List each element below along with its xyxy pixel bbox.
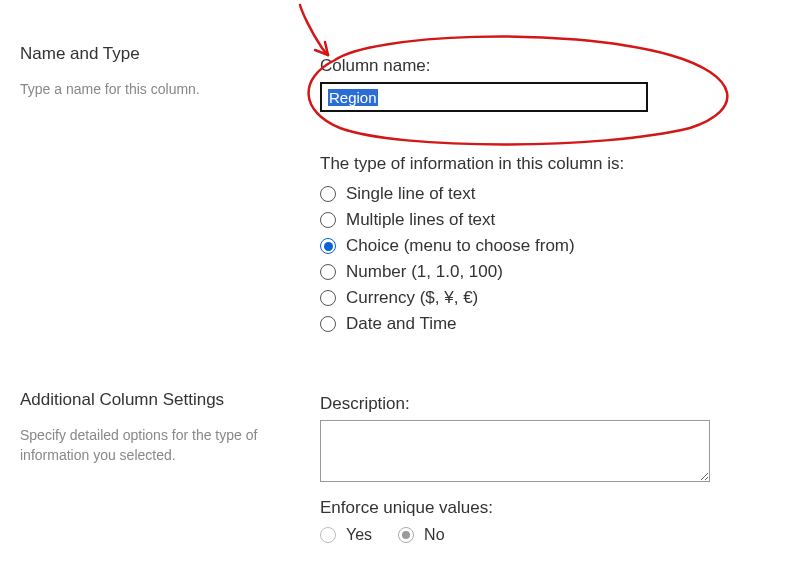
radio-icon [320, 238, 336, 254]
radio-option-no[interactable]: No [398, 526, 444, 544]
radio-label: Choice (menu to choose from) [346, 236, 575, 256]
right-column: Description: Enforce unique values: Yes … [320, 390, 766, 544]
column-name-input[interactable]: Region [320, 82, 648, 112]
section-additional-settings: Additional Column Settings Specify detai… [0, 340, 786, 544]
radio-option-datetime[interactable]: Date and Time [320, 314, 726, 334]
radio-label: Multiple lines of text [346, 210, 495, 230]
description-label: Description: [320, 394, 726, 414]
radio-icon [320, 186, 336, 202]
radio-label: Currency ($, ¥, €) [346, 288, 478, 308]
radio-option-number[interactable]: Number (1, 1.0, 100) [320, 262, 726, 282]
left-column: Name and Type Type a name for this colum… [20, 44, 320, 100]
radio-option-currency[interactable]: Currency ($, ¥, €) [320, 288, 726, 308]
section-desc-name-type: Type a name for this column. [20, 80, 300, 100]
radio-icon [320, 290, 336, 306]
radio-label: Yes [346, 526, 372, 544]
left-column: Additional Column Settings Specify detai… [20, 390, 320, 465]
radio-option-single-line[interactable]: Single line of text [320, 184, 726, 204]
radio-option-choice[interactable]: Choice (menu to choose from) [320, 236, 726, 256]
radio-icon [320, 316, 336, 332]
right-column: Column name: Region The type of informat… [320, 44, 766, 340]
radio-label: No [424, 526, 444, 544]
description-textarea[interactable] [320, 420, 710, 482]
section-desc-additional: Specify detailed options for the type of… [20, 426, 300, 465]
radio-label: Single line of text [346, 184, 475, 204]
radio-option-yes[interactable]: Yes [320, 526, 372, 544]
column-type-radio-group: Single line of text Multiple lines of te… [320, 184, 726, 334]
radio-icon [320, 212, 336, 228]
radio-icon [320, 264, 336, 280]
column-name-label: Column name: [320, 56, 726, 76]
section-title-additional: Additional Column Settings [20, 390, 300, 410]
radio-label: Number (1, 1.0, 100) [346, 262, 503, 282]
section-name-and-type: Name and Type Type a name for this colum… [0, 0, 786, 340]
section-title-name-type: Name and Type [20, 44, 300, 64]
column-name-value: Region [328, 89, 378, 106]
radio-icon [398, 527, 414, 543]
column-type-label: The type of information in this column i… [320, 154, 726, 174]
radio-option-multiple-lines[interactable]: Multiple lines of text [320, 210, 726, 230]
radio-label: Date and Time [346, 314, 457, 334]
radio-icon [320, 527, 336, 543]
enforce-unique-label: Enforce unique values: [320, 498, 726, 518]
enforce-unique-radio-group: Yes No [320, 526, 726, 544]
